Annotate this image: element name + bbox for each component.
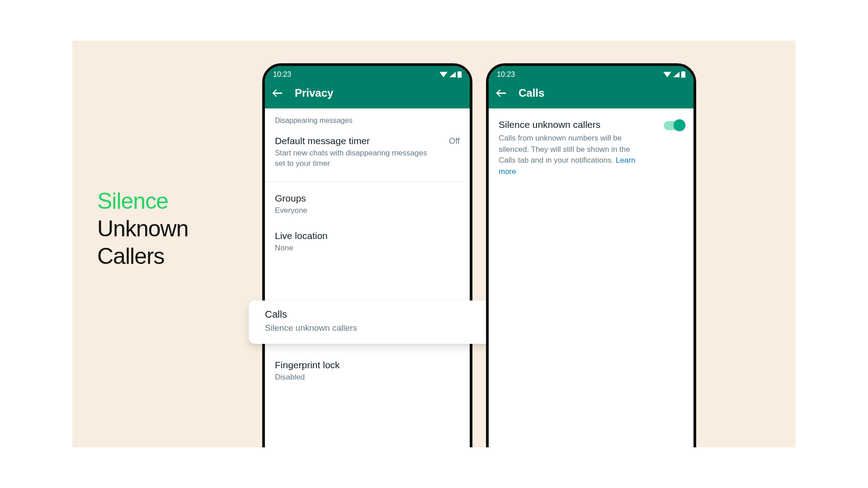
toggle-knob: [674, 119, 685, 131]
item-live-location[interactable]: Live location None: [265, 224, 470, 262]
setting-description-text: Calls from unknown numbers will be silen…: [499, 134, 630, 164]
phone-privacy: 10:23 Privacy Disappearing messages Defa…: [262, 63, 472, 447]
setting-description: Calls from unknown numbers will be silen…: [499, 133, 643, 178]
item-subtitle: Disabled: [275, 372, 429, 383]
promo-canvas: Silence Unknown Callers 10:23 Privacy Di…: [72, 41, 796, 447]
setting-title: Silence unknown callers: [499, 119, 643, 130]
wifi-icon: [663, 72, 671, 77]
status-time: 10:23: [497, 70, 515, 79]
hero-line-2: Unknown: [97, 215, 188, 243]
signal-icon: [449, 72, 456, 77]
phone-header: 10:23 Privacy: [265, 66, 470, 108]
status-bar: 10:23: [265, 66, 470, 80]
status-icons: [663, 71, 685, 78]
item-title: Default message timer: [275, 136, 429, 146]
back-icon[interactable]: [497, 88, 507, 98]
item-title: Live location: [275, 230, 460, 241]
phone-header: 10:23 Calls: [489, 66, 693, 108]
item-default-message-timer[interactable]: Default message timer Start new chats wi…: [265, 129, 470, 177]
battery-icon: [458, 71, 462, 78]
app-bar: Calls: [489, 80, 693, 108]
item-title: Groups: [275, 193, 460, 204]
calls-settings: Silence unknown callers Calls from unkno…: [489, 108, 693, 182]
item-title: Fingerprint lock: [275, 360, 460, 371]
page-title: Privacy: [295, 87, 333, 99]
page-title: Calls: [519, 87, 544, 99]
toggle-silence-unknown-callers[interactable]: [664, 121, 684, 130]
app-bar: Privacy: [265, 80, 470, 108]
back-icon[interactable]: [273, 88, 283, 98]
hero-title: Silence Unknown Callers: [97, 188, 188, 270]
phone-calls: 10:23 Calls Silence unknown callers Call…: [486, 63, 696, 447]
privacy-list: Disappearing messages Default message ti…: [265, 108, 470, 391]
item-fingerprint-lock[interactable]: Fingerprint lock Disabled: [265, 353, 470, 391]
item-value: Off: [449, 136, 460, 146]
item-subtitle: Everyone: [275, 206, 429, 216]
section-disappearing-header: Disappearing messages: [265, 108, 470, 129]
status-icons: [439, 71, 462, 78]
divider: [265, 182, 470, 182]
item-title: Calls: [265, 309, 495, 320]
signal-icon: [673, 72, 679, 77]
hero-line-1: Silence: [97, 188, 188, 215]
battery-icon: [681, 71, 685, 78]
hero-line-3: Callers: [97, 243, 188, 270]
status-time: 10:23: [273, 70, 291, 79]
item-subtitle: Start new chats with disappearing messag…: [275, 148, 429, 169]
item-subtitle: None: [275, 243, 429, 253]
setting-silence-unknown-callers[interactable]: Silence unknown callers Calls from unkno…: [489, 108, 693, 182]
item-calls-highlighted[interactable]: Calls Silence unknown callers: [249, 300, 507, 344]
wifi-icon: [439, 72, 448, 77]
status-bar: 10:23: [489, 66, 693, 80]
item-subtitle: Silence unknown callers: [265, 322, 419, 334]
item-groups[interactable]: Groups Everyone: [265, 187, 470, 224]
